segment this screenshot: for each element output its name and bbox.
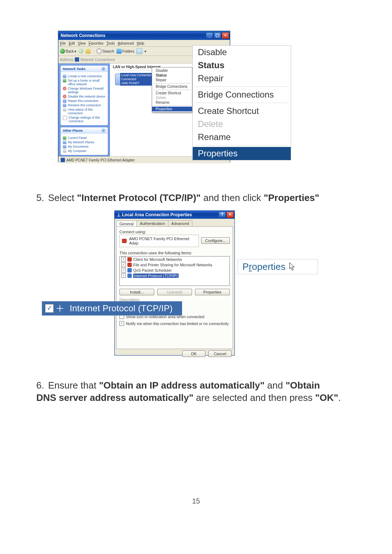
collapse-icon: « xyxy=(101,128,106,133)
task-icon xyxy=(63,87,66,90)
cm-disable[interactable]: Disable xyxy=(193,46,291,59)
step-6-instruction: 6. Ensure that "Obtain an IP address aut… xyxy=(36,379,341,404)
ctx-rename[interactable]: Rename xyxy=(152,100,192,105)
component-buttons: Install... Uninstall Properties xyxy=(119,289,230,295)
cancel-button[interactable]: Cancel xyxy=(208,350,232,357)
configure-button[interactable]: Configure... xyxy=(201,237,230,244)
menu-help[interactable]: Help xyxy=(137,41,144,45)
place-item[interactable]: My Network Places xyxy=(63,140,106,144)
notify-limited-option[interactable]: ✓ Notify me when this connection has lim… xyxy=(119,321,230,326)
place-item[interactable]: My Computer xyxy=(63,149,106,153)
adapter-icon xyxy=(122,239,127,243)
task-item[interactable]: Rename this connection xyxy=(63,103,106,107)
checkbox[interactable]: ✓ xyxy=(121,262,126,267)
components-list[interactable]: ✓Client for Microsoft Networks ✓File and… xyxy=(119,256,230,286)
help-button[interactable]: ? xyxy=(219,212,226,218)
task-icon xyxy=(63,79,66,82)
ctx-bridge[interactable]: Bridge Connections xyxy=(152,84,192,89)
dialog-titlebar: ⊥ Local Area Connection Properties ? × xyxy=(115,211,234,219)
adapter-field: AMD PCNET Family PCI Ethernet Adap xyxy=(119,235,199,247)
task-item[interactable]: Repair this connection xyxy=(63,99,106,103)
callout-text: Properties xyxy=(242,261,286,272)
component-icon xyxy=(127,274,132,278)
tcpip-item-callout: ✓ Internet Protocol (TCP/IP) xyxy=(42,301,182,316)
figure-network-connections: Network Connections _ ▢ × File Edit View… xyxy=(58,31,290,165)
ctx-disable[interactable]: Disable xyxy=(152,68,192,73)
cm-status[interactable]: Status xyxy=(193,59,291,72)
menu-tools[interactable]: Tools xyxy=(106,41,115,45)
cm-shortcut[interactable]: Create Shortcut xyxy=(193,104,291,118)
cm-properties[interactable]: Properties xyxy=(193,147,291,160)
checkbox[interactable]: ✓ xyxy=(121,273,126,278)
task-icon xyxy=(63,103,66,107)
place-icon xyxy=(63,145,66,148)
forward-button[interactable] xyxy=(78,49,83,54)
list-item-selected[interactable]: ✓Internet Protocol (TCP/IP) xyxy=(120,273,229,278)
status-icon xyxy=(61,158,65,162)
checkbox[interactable]: ✓ xyxy=(119,321,124,326)
cm-delete[interactable]: Delete xyxy=(193,118,291,131)
task-item[interactable]: View status of this connection xyxy=(63,108,106,115)
tab-authentication[interactable]: Authentication xyxy=(136,220,168,226)
install-button[interactable]: Install... xyxy=(119,289,154,295)
task-item[interactable]: Disable this network device xyxy=(63,95,106,98)
panel-header[interactable]: Other Places « xyxy=(61,127,108,134)
ctx-properties[interactable]: Properties xyxy=(152,107,192,111)
ctx-repair[interactable]: Repair xyxy=(152,78,192,82)
list-item[interactable]: ✓File and Printer Sharing for Microsoft … xyxy=(120,262,229,267)
ok-button[interactable]: OK xyxy=(182,350,205,357)
task-item[interactable]: Create a new connection xyxy=(63,74,106,78)
menu-advanced[interactable]: Advanced xyxy=(118,41,134,45)
address-label: Address xyxy=(60,58,73,62)
minimize-button[interactable]: _ xyxy=(206,32,213,39)
place-item[interactable]: Control Panel xyxy=(63,136,106,140)
list-item[interactable]: ✓Client for Microsoft Networks xyxy=(120,257,229,262)
ctx-status[interactable]: Status xyxy=(152,73,192,78)
cm-repair[interactable]: Repair xyxy=(193,72,291,85)
search-button[interactable]: Search xyxy=(96,48,114,54)
checkbox[interactable]: ✓ xyxy=(121,257,126,262)
views-button[interactable] xyxy=(136,48,142,54)
menu-favorites[interactable]: Favorites xyxy=(89,41,103,45)
cm-rename[interactable]: Rename xyxy=(193,131,291,144)
dialog-footer: OK Cancel xyxy=(115,350,234,360)
task-item[interactable]: Change Windows Firewall settings xyxy=(63,87,106,94)
other-places-panel: Other Places « Control Panel My Network … xyxy=(61,127,108,155)
cm-bridge[interactable]: Bridge Connections xyxy=(193,88,291,101)
task-item[interactable]: Change settings of this connection xyxy=(63,116,106,123)
back-button[interactable]: Back ▾ xyxy=(60,49,76,54)
search-icon xyxy=(96,48,102,54)
context-menu-callout: Disable Status Repair Bridge Connections… xyxy=(192,45,291,160)
list-item[interactable]: ✓QoS Packet Scheduler xyxy=(120,267,229,273)
menu-edit[interactable]: Edit xyxy=(69,41,75,45)
task-item[interactable]: Set up a home or small office network xyxy=(63,79,106,86)
page-number: 15 xyxy=(0,497,392,505)
close-button[interactable]: × xyxy=(222,32,229,39)
uses-label: This connection uses the following items… xyxy=(119,251,230,255)
tab-pane-general: Connect using: AMD PCNET Family PCI Ethe… xyxy=(116,226,233,349)
tab-general[interactable]: General xyxy=(116,221,137,227)
task-icon xyxy=(63,74,66,78)
properties-button[interactable]: Properties xyxy=(195,289,230,295)
place-icon xyxy=(63,140,66,144)
close-button[interactable]: × xyxy=(226,212,234,218)
task-icon xyxy=(63,108,66,111)
task-icon xyxy=(63,99,66,103)
side-pane: Network Tasks « Create a new connection … xyxy=(58,63,110,156)
maximize-button[interactable]: ▢ xyxy=(214,32,221,39)
folders-button[interactable]: Folders xyxy=(117,49,134,54)
panel-header[interactable]: Network Tasks « xyxy=(61,66,108,72)
component-icon xyxy=(127,263,132,267)
context-menu: Disable Status Repair Bridge Connections… xyxy=(152,67,192,112)
menu-view[interactable]: View xyxy=(78,41,86,45)
ctx-create-shortcut[interactable]: Create Shortcut xyxy=(152,91,192,95)
connect-using-label: Connect using: xyxy=(119,230,230,234)
ctx-delete[interactable]: Delete xyxy=(152,95,192,100)
menu-file[interactable]: File xyxy=(60,41,66,45)
tab-advanced[interactable]: Advanced xyxy=(168,220,192,226)
place-item[interactable]: My Documents xyxy=(63,145,106,148)
lac-properties-dialog: ⊥ Local Area Connection Properties ? × G… xyxy=(114,210,235,356)
uninstall-button[interactable]: Uninstall xyxy=(157,289,192,295)
up-button[interactable] xyxy=(86,49,91,54)
checkbox[interactable]: ✓ xyxy=(121,268,126,272)
